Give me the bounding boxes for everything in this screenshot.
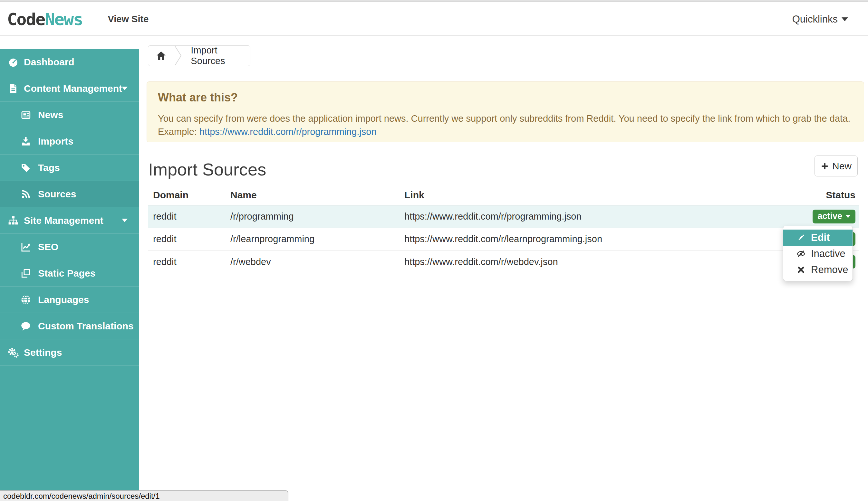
cell-name: /r/learnprogramming	[226, 234, 399, 244]
sources-table: Domain Name Link Status reddit /r/progra…	[148, 185, 859, 273]
sidebar-item-label: SEO	[38, 242, 58, 253]
plus-icon	[820, 162, 829, 170]
app-logo[interactable]: CodeNews	[7, 10, 83, 29]
table-header-row: Domain Name Link Status	[148, 185, 859, 205]
comment-icon	[18, 320, 33, 332]
gears-icon	[6, 347, 21, 358]
breadcrumb-separator	[174, 46, 182, 66]
x-icon	[796, 265, 806, 275]
sidebar-item-static-pages[interactable]: Static Pages	[0, 260, 139, 287]
help-callout: What are this? You can specify from were…	[147, 82, 864, 142]
top-header: CodeNews View Site Quicklinks	[0, 0, 868, 36]
sidebar-item-seo[interactable]: SEO	[0, 234, 139, 260]
dropdown-item-label: Edit	[811, 232, 830, 243]
table-row: reddit /r/programming https://www.reddit…	[148, 205, 859, 228]
sidebar-item-label: Custom Translations	[38, 321, 134, 332]
sidebar-item-label: Dashboard	[24, 57, 74, 68]
quicklinks-label: Quicklinks	[792, 13, 838, 25]
sidebar-item-label: News	[38, 109, 63, 120]
sidebar-item-label: Settings	[24, 347, 62, 358]
view-site-link[interactable]: View Site	[108, 14, 148, 24]
eye-slash-icon	[796, 249, 806, 258]
page-title: Import Sources	[148, 159, 266, 179]
download-icon	[18, 136, 33, 147]
pencil-icon	[796, 233, 806, 243]
col-header-domain: Domain	[148, 190, 226, 201]
sidebar-item-label: Static Pages	[38, 268, 95, 279]
sidebar-item-imports[interactable]: Imports	[0, 128, 139, 154]
sidebar-item-label: Tags	[38, 162, 60, 173]
sidebar-item-label: Imports	[38, 136, 73, 147]
clone-icon	[18, 268, 33, 279]
status-badge-label: active	[817, 212, 842, 221]
table-row: reddit /r/learnprogramming https://www.r…	[148, 228, 859, 250]
new-button-label: New	[832, 161, 851, 172]
breadcrumb-current: Import Sources	[191, 45, 250, 66]
sidebar-item-dashboard[interactable]: Dashboard	[0, 49, 139, 75]
sidebar-item-sources[interactable]: Sources	[0, 181, 139, 207]
quicklinks-menu[interactable]: Quicklinks	[792, 13, 848, 25]
rss-icon	[18, 188, 33, 200]
col-header-link: Link	[399, 190, 783, 201]
breadcrumb: Import Sources	[148, 45, 250, 66]
cell-name: /r/programming	[226, 211, 399, 222]
statusbar-url: codebldr.com/codenews/admin/sources/edit…	[3, 492, 160, 501]
file-icon	[6, 83, 21, 94]
sidebar-item-label: Sources	[38, 189, 76, 200]
logo-news: News	[45, 10, 83, 29]
chevron-down-icon	[841, 18, 848, 21]
sidebar-item-settings[interactable]: Settings	[0, 339, 139, 366]
sidebar-item-label: Content Management	[24, 83, 122, 94]
new-button[interactable]: New	[815, 156, 858, 177]
dropdown-item-label: Inactive	[811, 248, 845, 259]
dropdown-item-inactive[interactable]: Inactive	[783, 246, 853, 262]
help-title: What are this?	[158, 91, 853, 104]
status-dropdown-menu: Edit Inactive Remove	[783, 226, 853, 281]
sitemap-icon	[6, 215, 21, 226]
help-example-link[interactable]: https://www.reddit.com/r/programming.jso…	[199, 127, 377, 137]
dashboard-icon	[6, 56, 21, 68]
link-preview-statusbar: codebldr.com/codenews/admin/sources/edit…	[0, 490, 289, 501]
sidebar-item-site-management[interactable]: Site Management	[0, 207, 139, 234]
dropdown-item-edit[interactable]: Edit	[783, 230, 853, 246]
sidebar-item-label: Languages	[38, 294, 89, 305]
cell-link: https://www.reddit.com/r/webdev.json	[399, 257, 783, 267]
sidebar-item-label: Site Management	[24, 215, 103, 226]
newspaper-icon	[18, 109, 33, 121]
sidebar-item-content-management[interactable]: Content Management	[0, 75, 139, 102]
cell-domain: reddit	[148, 211, 226, 222]
sidebar-nav: Dashboard Content Management News Import…	[0, 49, 139, 501]
cell-link: https://www.reddit.com/r/programming.jso…	[399, 211, 783, 222]
sidebar-item-news[interactable]: News	[0, 102, 139, 128]
cell-link: https://www.reddit.com/r/learnprogrammin…	[399, 234, 783, 244]
chart-line-icon	[18, 241, 33, 253]
col-header-status: Status	[783, 190, 859, 201]
dropdown-item-remove[interactable]: Remove	[783, 262, 853, 278]
chevron-down-icon	[122, 218, 128, 222]
chevron-down-icon	[122, 87, 128, 90]
cell-domain: reddit	[148, 234, 226, 244]
status-badge[interactable]: active	[813, 210, 856, 223]
sidebar-item-custom-translations[interactable]: Custom Translations	[0, 313, 139, 339]
tag-icon	[18, 162, 33, 173]
globe-icon	[18, 294, 33, 306]
help-body-text: You can specify from were does the appli…	[158, 112, 853, 125]
cell-domain: reddit	[148, 257, 226, 267]
table-row: reddit /r/webdev https://www.reddit.com/…	[148, 250, 859, 273]
sidebar-item-languages[interactable]: Languages	[0, 287, 139, 313]
home-icon[interactable]	[148, 50, 174, 62]
admin-page: CodeNews View Site Quicklinks Dashboard …	[0, 0, 868, 501]
help-example-label: Example:	[158, 127, 199, 137]
browser-edge-strip	[0, 0, 868, 2]
dropdown-item-label: Remove	[811, 264, 848, 276]
col-header-name: Name	[226, 190, 399, 201]
sidebar-item-tags[interactable]: Tags	[0, 154, 139, 181]
logo-code: Code	[7, 10, 45, 29]
chevron-down-icon	[845, 215, 850, 218]
cell-name: /r/webdev	[226, 257, 399, 267]
